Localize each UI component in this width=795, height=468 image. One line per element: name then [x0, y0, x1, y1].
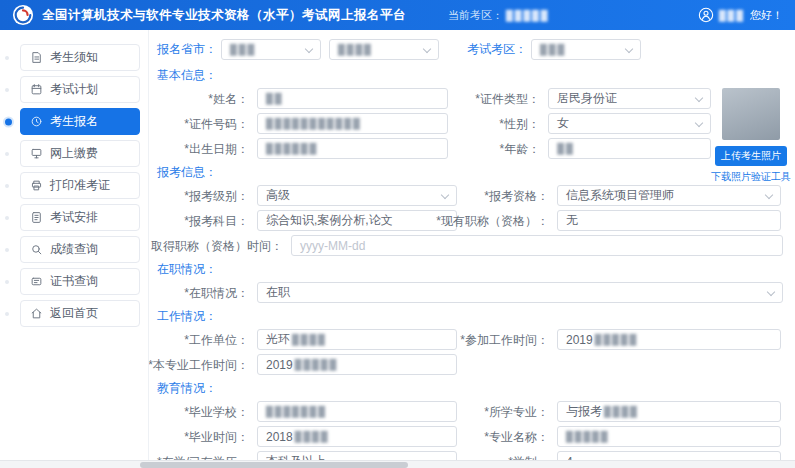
exam-level-label: *报考级别： — [157, 185, 257, 206]
sidebar-wrap-plan: 考试计划 — [20, 76, 140, 103]
professional-work-time-input[interactable]: 2019▉▉▉▉▉ — [257, 354, 457, 375]
section-basic: *姓名： ▉▉ *证件类型： 居民身份证 *证件号码： ▉▉▉▉▉▉▉▉▉▉▉ … — [157, 88, 787, 159]
chevron-down-icon — [625, 44, 633, 52]
calendar-icon — [30, 83, 43, 96]
download-photo-tool-link[interactable]: 下载照片验证工具 — [711, 170, 791, 184]
section-title-registration: 报考信息： — [157, 165, 787, 179]
subjects-label: *报考科目： — [157, 210, 257, 231]
sidebar-item-score-query[interactable]: 成绩查询 — [20, 236, 140, 263]
upload-photo-button[interactable]: 上传考生照片 — [715, 146, 787, 166]
professional-work-time-label: *本专业工作时间： — [157, 354, 257, 375]
certificate-icon — [30, 275, 43, 288]
sidebar-item-label: 打印准考证 — [50, 177, 110, 194]
horizontal-scrollbar — [0, 460, 795, 468]
user-avatar-icon — [698, 7, 714, 23]
sidebar-wrap-notice: 考生须知 — [20, 44, 140, 71]
sidebar-item-home[interactable]: 返回首页 — [20, 300, 140, 327]
study-length-label: *学制： — [457, 451, 557, 460]
sidebar-item-label: 考试计划 — [50, 81, 98, 98]
sidebar-wrap-home: 返回首页 — [20, 300, 140, 327]
sidebar-item-notice[interactable]: 考生须知 — [20, 44, 140, 71]
chevron-down-icon — [423, 44, 431, 52]
birth-date-input[interactable]: ▉▉▉▉▉▉ — [257, 138, 448, 159]
form-row: *工作单位： 光环▉▉▉▉ *参加工作时间： 2019▉▉▉▉▉ — [157, 329, 787, 350]
form-row: *报考科目： 综合知识,案例分析,论文 *现有职称（资格）： 无 — [157, 210, 787, 231]
search-icon — [30, 243, 43, 256]
user-menu[interactable]: ▉▉▉ 您好！ — [698, 7, 783, 23]
main-content: 报名省市： ▉▉▉ ▉▉▉▉ 考试考区： ▉▉▉ 基本信息： *姓名： ▉▉ *… — [148, 30, 795, 460]
current-title-input[interactable]: 无 — [557, 210, 781, 231]
id-number-input[interactable]: ▉▉▉▉▉▉▉▉▉▉▉ — [257, 113, 448, 134]
section-registration: *报考级别： 高级 *报考资格： 信息系统项目管理师 *报考科目： 综合知识,案… — [157, 185, 787, 256]
rail-dot — [5, 248, 9, 252]
sidebar-item-label: 返回首页 — [50, 305, 98, 322]
exam-level-select[interactable]: 高级 — [257, 185, 457, 206]
chevron-down-icon — [695, 119, 703, 127]
form-row: *毕业时间： 2018▉▉▉▉ *专业名称： ▉▉▉▉▉ — [157, 426, 787, 447]
major-name-input[interactable]: ▉▉▉▉▉ — [557, 426, 781, 447]
qualification-select[interactable]: 信息系统项目管理师 — [557, 185, 781, 206]
form-row: *本专业工作时间： 2019▉▉▉▉▉ — [157, 354, 787, 375]
chevron-down-icon — [767, 288, 775, 296]
employment-status-select[interactable]: 在职 — [257, 282, 783, 303]
major-studied-label: *所学专业： — [457, 401, 557, 422]
section-employment: *在职情况： 在职 — [157, 282, 787, 303]
chevron-down-icon — [305, 44, 313, 52]
province-select[interactable]: ▉▉▉ — [221, 39, 321, 60]
major-studied-input[interactable]: 与报考▉▉▉▉ — [557, 401, 781, 422]
form-row: *姓名： ▉▉ *证件类型： 居民身份证 — [157, 88, 711, 109]
section-title-employment: 在职情况： — [157, 262, 787, 276]
sidebar-item-schedule[interactable]: 考试安排 — [20, 204, 140, 231]
province-label: 报名省市： — [157, 41, 217, 58]
printer-icon — [30, 179, 43, 192]
name-label: *姓名： — [157, 88, 257, 109]
horizontal-scrollbar-thumb[interactable] — [140, 462, 408, 468]
page-title: 全国计算机技术与软件专业技术资格（水平）考试网上报名平台 — [42, 7, 406, 24]
sidebar-item-certificate-query[interactable]: 证书查询 — [20, 268, 140, 295]
sidebar-item-label: 考生须知 — [50, 49, 98, 66]
study-length-input[interactable]: 4 — [557, 451, 781, 460]
sidebar-item-register[interactable]: 考生报名 — [20, 108, 140, 135]
work-start-label: *参加工作时间： — [457, 329, 557, 350]
form-row: *证件号码： ▉▉▉▉▉▉▉▉▉▉▉ *性别： 女 — [157, 113, 711, 134]
birth-date-label: *出生日期： — [157, 138, 257, 159]
rail-dot — [5, 152, 9, 156]
sidebar: 考生须知 考试计划 考生报名 网上缴费 打印准考证 考试安排 — [0, 30, 148, 460]
sidebar-item-payment[interactable]: 网上缴费 — [20, 140, 140, 167]
sidebar-wrap-payment: 网上缴费 — [20, 140, 140, 167]
sidebar-wrap-register: 考生报名 — [20, 108, 140, 135]
rail-dot — [5, 216, 9, 220]
age-input[interactable]: ▉▉ — [548, 138, 711, 159]
section-title-work: 工作情况： — [157, 309, 787, 323]
current-region: 当前考区： ▉▉▉▉▉ — [448, 8, 549, 23]
qualification-label: *报考资格： — [457, 185, 557, 206]
sidebar-item-label: 证书查询 — [50, 273, 98, 290]
city-select[interactable]: ▉▉▉▉ — [329, 39, 439, 60]
education-level-select[interactable]: 本科及以上 — [257, 451, 457, 460]
section-work: *工作单位： 光环▉▉▉▉ *参加工作时间： 2019▉▉▉▉▉ *本专业工作时… — [157, 329, 787, 375]
education-level-label: *在学/已有学历： — [157, 451, 257, 460]
sidebar-item-exam-plan[interactable]: 考试计划 — [20, 76, 140, 103]
app-logo-icon — [12, 4, 34, 26]
monitor-icon — [30, 147, 43, 160]
current-region-label: 当前考区： — [448, 8, 503, 23]
sidebar-wrap-schedule: 考试安排 — [20, 204, 140, 231]
subjects-input[interactable]: 综合知识,案例分析,论文 — [257, 210, 457, 231]
id-type-select[interactable]: 居民身份证 — [548, 88, 711, 109]
work-start-input[interactable]: 2019▉▉▉▉▉ — [557, 329, 781, 350]
district-label: 考试考区： — [467, 41, 527, 58]
greeting-text: 您好！ — [750, 8, 783, 23]
app-header: 全国计算机技术与软件专业技术资格（水平）考试网上报名平台 当前考区： ▉▉▉▉▉… — [0, 0, 795, 30]
clock-icon — [30, 115, 43, 128]
name-input[interactable]: ▉▉ — [257, 88, 448, 109]
school-input[interactable]: ▉▉▉▉▉▉▉ — [257, 401, 457, 422]
chevron-down-icon — [695, 94, 703, 102]
employment-status-label: *在职情况： — [157, 282, 257, 303]
active-rail-dot — [5, 118, 12, 125]
sidebar-item-print-ticket[interactable]: 打印准考证 — [20, 172, 140, 199]
gender-select[interactable]: 女 — [548, 113, 711, 134]
graduation-date-input[interactable]: 2018▉▉▉▉ — [257, 426, 457, 447]
employer-input[interactable]: 光环▉▉▉▉ — [257, 329, 457, 350]
district-select[interactable]: ▉▉▉ — [531, 39, 641, 60]
title-date-input[interactable]: yyyy-MM-dd — [291, 235, 783, 256]
